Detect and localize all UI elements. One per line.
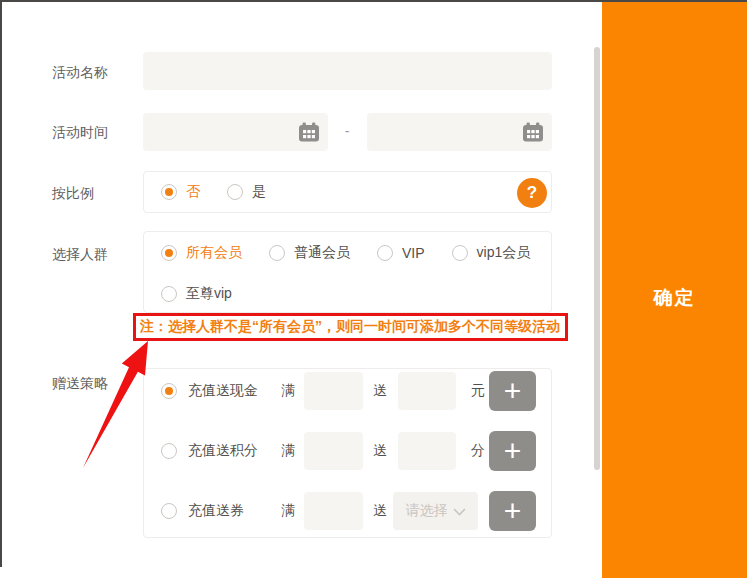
threshold-prefix: 满: [281, 382, 295, 400]
strategy-label: 充值送现金: [188, 382, 258, 400]
by-ratio-label: 按比例: [52, 185, 94, 203]
radio-label: VIP: [402, 245, 425, 261]
cash-threshold-input[interactable]: [304, 372, 363, 410]
cash-amount-input[interactable]: [398, 372, 456, 410]
radio-icon: [161, 286, 177, 302]
unit-label: 分: [471, 442, 485, 460]
radio-label: vip1会员: [477, 244, 531, 262]
give-prefix: 送: [373, 502, 387, 520]
radio-strategy-coupon[interactable]: [161, 503, 177, 519]
radio-label: 至尊vip: [186, 285, 232, 303]
strategy-row-cash: 充值送现金 满 送 元 +: [144, 371, 551, 411]
radio-label: 普通会员: [294, 244, 350, 262]
radio-ratio-no[interactable]: 否: [161, 183, 200, 201]
select-crowd-group: 所有会员 普通会员 VIP vip1会员 至尊vip: [143, 231, 552, 313]
calendar-icon: [298, 122, 320, 145]
radio-crowd-supreme-vip[interactable]: 至尊vip: [161, 285, 232, 303]
radio-icon: [161, 245, 177, 261]
coupon-select-dropdown[interactable]: 请选择: [393, 492, 478, 530]
start-date-picker[interactable]: [143, 113, 328, 151]
radio-crowd-vip[interactable]: VIP: [377, 245, 425, 261]
radio-crowd-vip1[interactable]: vip1会员: [452, 244, 531, 262]
unit-label: 元: [471, 382, 485, 400]
calendar-icon: [522, 122, 544, 145]
chevron-down-icon: [453, 503, 466, 519]
help-icon[interactable]: ?: [517, 178, 547, 208]
radio-icon: [377, 245, 393, 261]
radio-ratio-yes[interactable]: 是: [227, 183, 266, 201]
strategy-label: 充值送积分: [188, 442, 258, 460]
give-prefix: 送: [373, 382, 387, 400]
select-crowd-label: 选择人群: [52, 246, 108, 264]
activity-time-label: 活动时间: [52, 124, 108, 142]
strategy-row-coupon: 充值送券 满 送 请选择 +: [144, 491, 551, 531]
gift-strategy-label: 赠送策略: [52, 375, 108, 393]
crowd-note-text: 注：选择人群不是“所有会员”，则同一时间可添加多个不同等级活动: [140, 318, 560, 336]
add-points-rule-button[interactable]: +: [489, 431, 536, 471]
radio-label: 所有会员: [186, 244, 242, 262]
add-coupon-rule-button[interactable]: +: [489, 491, 536, 531]
radio-label: 是: [252, 183, 266, 201]
activity-name-label: 活动名称: [52, 64, 108, 82]
add-cash-rule-button[interactable]: +: [489, 371, 536, 411]
vertical-scrollbar[interactable]: [594, 47, 600, 470]
date-range-separator: -: [339, 123, 355, 139]
end-date-picker[interactable]: [367, 113, 552, 151]
radio-crowd-all-members[interactable]: 所有会员: [161, 244, 242, 262]
coupon-threshold-input[interactable]: [304, 492, 363, 530]
crowd-note-highlight: 注：选择人群不是“所有会员”，则同一时间可添加多个不同等级活动: [133, 313, 568, 341]
threshold-prefix: 满: [281, 442, 295, 460]
strategy-row-points: 充值送积分 满 送 分 +: [144, 431, 551, 471]
strategy-label: 充值送券: [188, 502, 258, 520]
window-left-border: [0, 0, 2, 567]
radio-strategy-cash[interactable]: [161, 383, 177, 399]
gift-strategy-group: 充值送现金 满 送 元 + 充值送积分 满 送 分 + 充值送券 满 送 请选择…: [143, 368, 552, 538]
confirm-button[interactable]: 确定: [602, 285, 747, 311]
give-prefix: 送: [373, 442, 387, 460]
radio-label: 否: [186, 183, 200, 201]
activity-name-input[interactable]: [143, 52, 552, 90]
radio-icon: [161, 184, 177, 200]
by-ratio-group: 否 是 ?: [143, 171, 552, 213]
threshold-prefix: 满: [281, 502, 295, 520]
radio-icon: [269, 245, 285, 261]
points-amount-input[interactable]: [398, 432, 456, 470]
dropdown-placeholder: 请选择: [406, 502, 448, 520]
radio-icon: [227, 184, 243, 200]
radio-icon: [452, 245, 468, 261]
radio-crowd-normal-members[interactable]: 普通会员: [269, 244, 350, 262]
right-action-panel: 确定: [602, 2, 747, 578]
radio-strategy-points[interactable]: [161, 443, 177, 459]
points-threshold-input[interactable]: [304, 432, 363, 470]
